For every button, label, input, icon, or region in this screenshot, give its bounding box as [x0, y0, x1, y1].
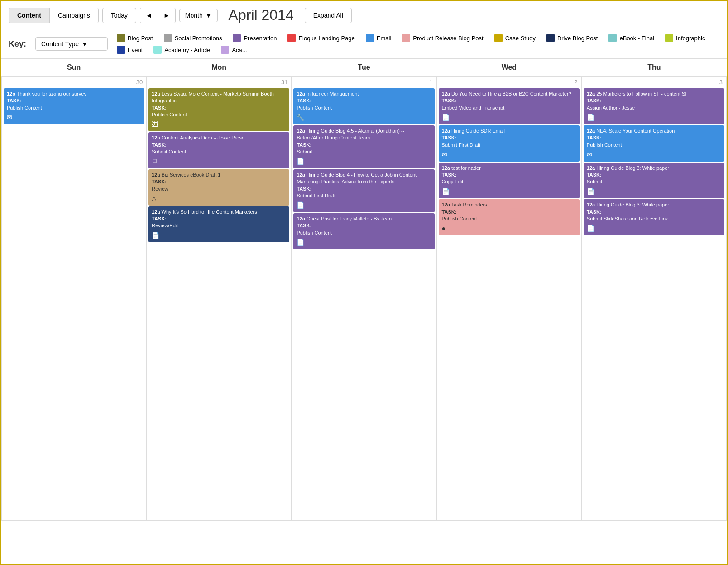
social-color [164, 34, 172, 42]
event-title-text: 12a test for nader [442, 165, 576, 172]
header-tue: Tue [292, 59, 436, 76]
key-item-academy: Academy - Article [153, 46, 210, 54]
task-text: Submit Content [152, 148, 286, 155]
event-title-text: 12a Hiring Guide SDR Email [442, 128, 576, 134]
event-task-reminders[interactable]: 12a Task Reminders TASK: Publish Content… [439, 199, 580, 235]
task-label: TASK: [297, 98, 311, 103]
key-items: Blog Post Social Promotions Presentation… [117, 34, 719, 54]
today-button[interactable]: Today [102, 8, 136, 23]
task-label: TASK: [297, 186, 311, 192]
event-hiring-guide-4[interactable]: 12a Hiring Guide Blog 4 - How to Get a J… [293, 169, 434, 212]
month-dropdown-icon: ▼ [206, 12, 212, 19]
event-survey[interactable]: 12p Thank you for taking our survey TASK… [4, 88, 144, 124]
event-title-text: 12a Less Swag, More Content - Marketo Su… [152, 91, 286, 105]
event-b2b-b2c[interactable]: 12a Do You Need to Hire a B2B or B2C Con… [439, 88, 580, 124]
task-text: Publish Content [587, 142, 721, 148]
prev-button[interactable]: ◄ [140, 8, 158, 23]
ebook-color [608, 34, 617, 42]
event-25-marketers[interactable]: 12a 25 Marketers to Follow in SF - conte… [584, 88, 724, 124]
key-label: Key: [9, 39, 26, 49]
presentation-label: Presentation [244, 35, 277, 42]
task-text: Submit First Draft [442, 142, 576, 148]
doc-icon: 📄 [587, 113, 721, 122]
event-guest-post[interactable]: 12a Guest Post for Tracy Mallete - By Je… [293, 213, 434, 249]
day-headers: Sun Mon Tue Wed Thu [1, 59, 727, 77]
date-3: 3 [582, 77, 726, 87]
event-hiring-blog3-b[interactable]: 12a Hiring Guide Blog 3: White paper TAS… [584, 199, 724, 235]
event-hiring-blog3-a[interactable]: 12a Hiring Guide Blog 3: White paper TAS… [584, 163, 724, 199]
infographic-label: Infographic [676, 35, 705, 42]
event-hire-marketers[interactable]: 12a Why It's So Hard to Hire Content Mar… [148, 206, 289, 243]
task-text: Review [152, 186, 286, 192]
date-1: 1 [292, 77, 436, 87]
key-item-blog-post: Blog Post [117, 34, 153, 42]
doc-icon: 📄 [152, 231, 286, 240]
calendar-body: 30 12p Thank you for taking our survey T… [1, 77, 727, 521]
calendar: Sun Mon Tue Wed Thu 30 12p Thank you for… [1, 59, 727, 521]
circle-icon: ● [442, 224, 576, 233]
month-label: Month [185, 12, 203, 19]
header-wed: Wed [436, 59, 581, 76]
event-title-text: 12a Hiring Guide Blog 3: White paper [587, 201, 721, 208]
event-sdr-email[interactable]: 12a Hiring Guide SDR Email TASK: Submit … [439, 125, 580, 162]
event-title-text: 12a Hiring Guide Blog 3: White paper [587, 165, 721, 172]
calendar-title: April 2014 [229, 7, 294, 24]
blog-post-color [117, 34, 125, 42]
ebook-label: eBook - Final [619, 35, 654, 42]
next-button[interactable]: ► [158, 8, 175, 23]
event-ne4-scale[interactable]: 12a NE4: Scale Your Content Operation TA… [584, 125, 724, 162]
event-title-text: 12a Influencer Management [297, 91, 431, 97]
drive-blog-label: Drive Blog Post [557, 35, 598, 42]
event-label: Event [128, 47, 143, 53]
task-text: Publish Content [297, 230, 431, 236]
task-label: TASK: [297, 142, 311, 148]
task-label: TASK: [442, 172, 457, 177]
event-title-text: 12a 25 Marketers to Follow in SF - conte… [587, 91, 721, 97]
expand-all-button[interactable]: Expand All [305, 8, 352, 23]
date-30: 30 [2, 77, 146, 87]
task-label: TASK: [152, 179, 167, 184]
event-swag[interactable]: 12a Less Swag, More Content - Marketo Su… [148, 88, 289, 131]
task-text: Publish Content [152, 111, 286, 118]
task-label: TASK: [7, 98, 22, 103]
triangle-icon: △ [152, 194, 286, 203]
academy-label: Academy - Article [164, 47, 210, 53]
header-thu: Thu [582, 59, 727, 76]
event-title-text: 12a NE4: Scale Your Content Operation [587, 128, 721, 134]
case-study-color [494, 34, 503, 42]
content-button[interactable]: Content [9, 8, 50, 23]
email-icon: ✉ [442, 150, 576, 159]
key-item-eloqua: Eloqua Landing Page [287, 34, 354, 42]
eloqua-label: Eloqua Landing Page [298, 35, 354, 42]
month-select[interactable]: Month ▼ [179, 9, 218, 22]
product-release-color [402, 34, 410, 42]
task-text: Submit First Draft [297, 192, 431, 199]
doc-icon: 📄 [297, 201, 431, 210]
case-study-label: Case Study [505, 35, 536, 42]
event-title-text: 12a Hiring Guide Blog 4 - How to Get a J… [297, 172, 431, 186]
key-item-aca: Aca... [221, 46, 247, 54]
event-analytics-deck[interactable]: 12a Content Analytics Deck - Jesse Preso… [148, 132, 289, 168]
product-release-label: Product Release Blog Post [413, 35, 483, 42]
doc-icon: 📄 [587, 224, 721, 233]
header: Content Campaigns Today ◄ ► Month ▼ Apri… [1, 1, 727, 29]
task-label: TASK: [152, 216, 167, 221]
nav-arrows: ◄ ► [140, 8, 176, 23]
event-biz-ebook[interactable]: 12a Biz Services eBook Draft 1 TASK: Rev… [148, 169, 289, 206]
task-text: Embed Video and Transcript [442, 105, 576, 111]
infographic-color [665, 34, 673, 42]
event-title-text: 12a Why It's So Hard to Hire Content Mar… [152, 209, 286, 215]
header-mon: Mon [146, 59, 291, 76]
task-label: TASK: [587, 135, 602, 140]
event-title-text: 12a Guest Post for Tracy Mallete - By Je… [297, 215, 431, 222]
event-hiring-guide-45[interactable]: 12a Hiring Guide Blog 4.5 - Akamai (Jona… [293, 125, 434, 168]
task-text: Submit [297, 148, 431, 155]
event-title-text: 12a Do You Need to Hire a B2B or B2C Con… [442, 91, 576, 97]
event-title-text: 12a Hiring Guide Blog 4.5 - Akamai (Jona… [297, 128, 431, 142]
event-test-nader[interactable]: 12a test for nader TASK: Copy Edit 📄 [439, 163, 580, 199]
campaigns-button[interactable]: Campaigns [50, 8, 98, 23]
content-type-select[interactable]: Content Type ▼ [35, 37, 108, 51]
presentation-color [233, 34, 241, 42]
event-influencer[interactable]: 12a Influencer Management TASK: Publish … [293, 88, 434, 124]
task-label: TASK: [442, 209, 457, 215]
